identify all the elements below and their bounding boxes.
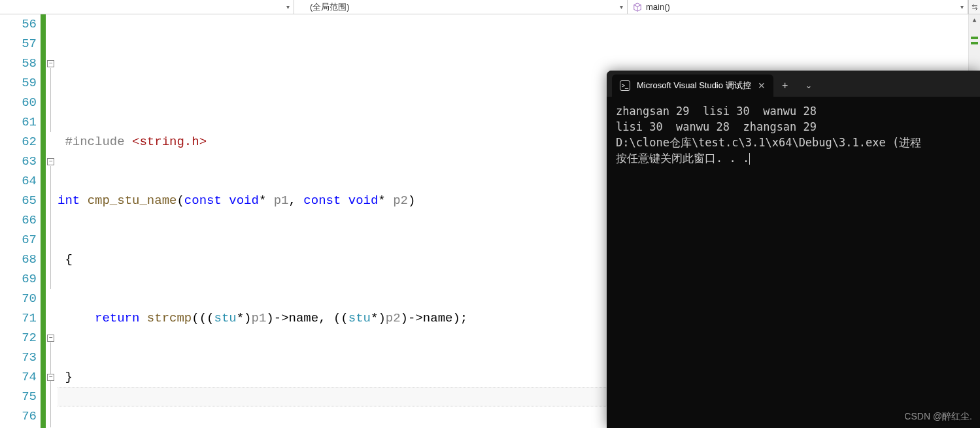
- fold-toggle[interactable]: −: [47, 158, 54, 165]
- chevron-down-icon: ▾: [286, 3, 290, 10]
- split-toggle-button[interactable]: [968, 0, 980, 14]
- line-number: 73: [0, 348, 37, 367]
- watermark-text: CSDN @醉红尘.: [904, 411, 972, 423]
- function-dropdown[interactable]: main() ▾: [628, 0, 968, 14]
- terminal-icon: >_: [620, 80, 630, 91]
- line-number: 61: [0, 112, 37, 132]
- line-number: 62: [0, 132, 37, 152]
- line-number: 75: [0, 387, 37, 406]
- console-titlebar[interactable]: >_ Microsoft Visual Studio 调试控 ✕ + ⌄: [607, 71, 980, 97]
- cube-icon: [633, 3, 642, 12]
- console-line: 按任意键关闭此窗口. . .: [616, 150, 971, 166]
- chevron-down-icon: ▾: [960, 3, 964, 10]
- line-number: 65: [0, 191, 37, 210]
- line-number: 71: [0, 308, 37, 328]
- line-number: 60: [0, 93, 37, 112]
- line-number: 66: [0, 210, 37, 230]
- console-tab-title: Microsoft Visual Studio 调试控: [637, 80, 751, 91]
- line-number: 68: [0, 250, 37, 269]
- line-number: 59: [0, 73, 37, 93]
- fold-toggle[interactable]: −: [47, 335, 54, 342]
- line-number: 76: [0, 406, 37, 426]
- line-number: 67: [0, 230, 37, 250]
- change-indicator-bar: [41, 14, 46, 428]
- line-number: 70: [0, 289, 37, 308]
- fold-line: [50, 342, 51, 427]
- function-label: main(): [646, 2, 670, 12]
- line-number: 56: [0, 14, 37, 34]
- scope-dropdown-left[interactable]: ▾: [0, 0, 294, 14]
- chevron-down-icon: ▾: [620, 3, 623, 10]
- fold-gutter: − − − −: [46, 14, 58, 428]
- fold-toggle[interactable]: −: [47, 374, 54, 381]
- line-number: 72: [0, 328, 37, 348]
- line-number: 63: [0, 152, 37, 171]
- scope-dropdown-center[interactable]: (全局范围) ▾: [294, 0, 628, 14]
- fold-toggle[interactable]: −: [47, 60, 54, 67]
- console-line: D:\clone仓库\test.c\3.1\x64\Debug\3.1.exe …: [616, 135, 971, 150]
- navigation-bar: ▾ (全局范围) ▾ main() ▾: [0, 0, 980, 14]
- console-tab[interactable]: >_ Microsoft Visual Studio 调试控 ✕: [612, 74, 773, 97]
- fold-line: [50, 166, 51, 289]
- new-tab-button[interactable]: +: [773, 74, 797, 97]
- tab-menu-chevron-icon[interactable]: ⌄: [797, 74, 820, 97]
- line-number: 57: [0, 34, 37, 54]
- console-output: zhangsan 29 lisi 30 wanwu 28lisi 30 wanw…: [607, 97, 980, 173]
- scroll-change-mark: [971, 37, 978, 39]
- console-line: zhangsan 29 lisi 30 wanwu 28: [616, 103, 971, 119]
- console-line: lisi 30 wanwu 28 zhangsan 29: [616, 119, 971, 135]
- debug-console-window[interactable]: >_ Microsoft Visual Studio 调试控 ✕ + ⌄ zha…: [607, 71, 980, 428]
- fold-line: [50, 68, 51, 132]
- scroll-change-mark: [971, 42, 978, 44]
- close-icon[interactable]: ✕: [758, 80, 766, 91]
- line-number: 64: [0, 171, 37, 191]
- line-number-gutter: 56 57 58 59 60 61 62 63 64 65 66 67 68 6…: [0, 14, 41, 428]
- scope-label: (全局范围): [310, 1, 350, 13]
- line-number: 69: [0, 269, 37, 289]
- text-cursor: [749, 153, 750, 165]
- line-number: 58: [0, 54, 37, 73]
- scroll-up-icon[interactable]: ▲: [969, 14, 980, 26]
- line-number: 74: [0, 367, 37, 387]
